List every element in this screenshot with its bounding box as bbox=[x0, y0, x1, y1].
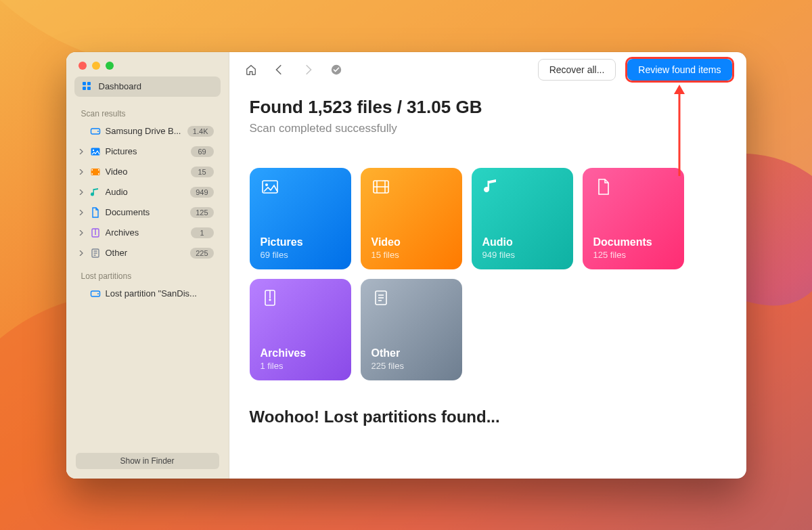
tile-audio[interactable]: Audio949 files bbox=[472, 168, 573, 269]
sidebar-item-label: Video bbox=[106, 167, 128, 177]
tile-subtitle: 225 files bbox=[371, 361, 451, 371]
svg-rect-1 bbox=[83, 82, 86, 85]
chevron-right-icon[interactable] bbox=[78, 149, 85, 154]
show-in-finder-button[interactable]: Show in Finder bbox=[76, 453, 219, 469]
tile-subtitle: 15 files bbox=[371, 250, 451, 260]
window-controls bbox=[66, 52, 229, 76]
tile-archives[interactable]: Archives1 files bbox=[250, 279, 351, 380]
sidebar-item-video[interactable]: Video 15 bbox=[74, 162, 221, 182]
sidebar-item-label: Documents bbox=[106, 207, 150, 217]
tile-title: Documents bbox=[593, 236, 673, 248]
content-area: Found 1,523 files / 31.05 GB Scan comple… bbox=[229, 87, 746, 426]
video-icon bbox=[89, 166, 102, 178]
sidebar-item-badge: 69 bbox=[191, 146, 214, 157]
tile-title: Other bbox=[371, 347, 451, 359]
sidebar-item-badge: 225 bbox=[190, 248, 213, 259]
review-highlight-annotation: Review found items bbox=[625, 57, 734, 83]
sidebar-item-badge: 949 bbox=[190, 187, 213, 198]
tile-pictures[interactable]: Pictures69 files bbox=[250, 168, 351, 269]
sidebar-item-other[interactable]: Other 225 bbox=[74, 243, 221, 263]
document-icon bbox=[89, 206, 102, 219]
close-window-button[interactable] bbox=[78, 62, 87, 70]
sidebar-item-documents[interactable]: Documents 125 bbox=[74, 202, 221, 223]
svg-point-15 bbox=[95, 234, 96, 235]
tile-subtitle: 1 files bbox=[261, 361, 340, 371]
chevron-right-icon[interactable] bbox=[78, 190, 85, 195]
audio-icon bbox=[482, 177, 501, 196]
tile-other[interactable]: Other225 files bbox=[361, 279, 462, 380]
drive-icon bbox=[89, 125, 102, 137]
svg-rect-2 bbox=[87, 82, 91, 85]
tile-title: Pictures bbox=[261, 236, 340, 248]
forward-button[interactable] bbox=[298, 60, 317, 79]
tile-subtitle: 69 files bbox=[261, 250, 340, 260]
chevron-right-icon[interactable] bbox=[78, 230, 85, 236]
tile-title: Video bbox=[371, 236, 451, 248]
sidebar-item-audio[interactable]: Audio 949 bbox=[74, 182, 221, 202]
drive-badge: 1.4K bbox=[187, 126, 214, 137]
sidebar-header-results: Scan results bbox=[66, 101, 229, 121]
svg-point-22 bbox=[265, 183, 268, 186]
sidebar: Dashboard Scan results Samsung Drive B..… bbox=[66, 52, 229, 479]
check-circle-icon[interactable] bbox=[327, 60, 346, 79]
svg-rect-13 bbox=[98, 173, 99, 175]
archive-icon bbox=[89, 227, 102, 239]
video-icon bbox=[371, 177, 390, 196]
lost-partitions-heading: Woohoo! Lost partitions found... bbox=[250, 407, 726, 426]
toolbar: Recover all... Review found items bbox=[229, 52, 746, 87]
main-panel: Recover all... Review found items Found … bbox=[229, 52, 746, 479]
drive-label: Samsung Drive B... bbox=[106, 126, 181, 136]
sidebar-item-label: Audio bbox=[106, 187, 128, 197]
other-icon bbox=[89, 247, 102, 259]
lost-partition-label: Lost partition "SanDis... bbox=[106, 288, 197, 299]
tile-title: Archives bbox=[261, 347, 340, 359]
dashboard-label: Dashboard bbox=[99, 81, 142, 91]
svg-rect-12 bbox=[98, 169, 99, 171]
pictures-icon bbox=[89, 146, 102, 158]
svg-rect-3 bbox=[83, 87, 86, 90]
app-window: Dashboard Scan results Samsung Drive B..… bbox=[66, 52, 746, 479]
chevron-right-icon[interactable] bbox=[78, 250, 85, 256]
dashboard-icon bbox=[81, 81, 93, 93]
sidebar-item-dashboard[interactable]: Dashboard bbox=[74, 76, 221, 97]
other-icon bbox=[371, 288, 390, 307]
chevron-right-icon[interactable] bbox=[78, 169, 85, 175]
drive-icon bbox=[89, 288, 102, 300]
svg-point-6 bbox=[97, 131, 99, 132]
document-icon bbox=[593, 177, 612, 196]
svg-rect-4 bbox=[87, 87, 91, 90]
back-button[interactable] bbox=[270, 60, 289, 79]
svg-rect-11 bbox=[91, 173, 93, 175]
review-found-items-button[interactable]: Review found items bbox=[627, 59, 731, 81]
sidebar-item-drive[interactable]: Samsung Drive B... 1.4K bbox=[74, 121, 221, 141]
tile-video[interactable]: Video15 files bbox=[361, 168, 462, 269]
minimize-window-button[interactable] bbox=[92, 62, 100, 70]
home-button[interactable] bbox=[242, 60, 261, 79]
svg-point-29 bbox=[269, 299, 271, 301]
zoom-window-button[interactable] bbox=[106, 62, 114, 70]
sidebar-item-lost-partition[interactable]: Lost partition "SanDis... bbox=[74, 284, 221, 304]
picture-icon bbox=[261, 177, 279, 196]
recover-all-button[interactable]: Recover all... bbox=[538, 59, 616, 81]
sidebar-item-archives[interactable]: Archives 1 bbox=[74, 223, 221, 243]
sidebar-item-label: Archives bbox=[106, 227, 139, 238]
summary-subtitle: Scan completed successfully bbox=[250, 122, 726, 135]
tile-title: Audio bbox=[482, 236, 562, 248]
sidebar-footer: Show in Finder bbox=[66, 443, 229, 479]
summary-title: Found 1,523 files / 31.05 GB bbox=[250, 97, 726, 118]
sidebar-item-badge: 1 bbox=[191, 227, 214, 238]
svg-rect-10 bbox=[91, 169, 93, 171]
tile-subtitle: 949 files bbox=[482, 250, 562, 260]
sidebar-item-pictures[interactable]: Pictures 69 bbox=[74, 141, 221, 162]
sidebar-item-label: Other bbox=[106, 248, 128, 258]
tile-documents[interactable]: Documents125 files bbox=[583, 168, 684, 269]
sidebar-item-label: Pictures bbox=[106, 146, 137, 156]
chevron-right-icon[interactable] bbox=[78, 210, 85, 215]
archive-icon bbox=[261, 288, 279, 307]
tile-subtitle: 125 files bbox=[593, 250, 673, 260]
sidebar-item-badge: 125 bbox=[190, 207, 213, 218]
sidebar-item-badge: 15 bbox=[191, 167, 214, 177]
sidebar-header-lost: Lost partitions bbox=[66, 263, 229, 284]
svg-point-8 bbox=[92, 149, 93, 150]
audio-icon bbox=[89, 186, 102, 198]
